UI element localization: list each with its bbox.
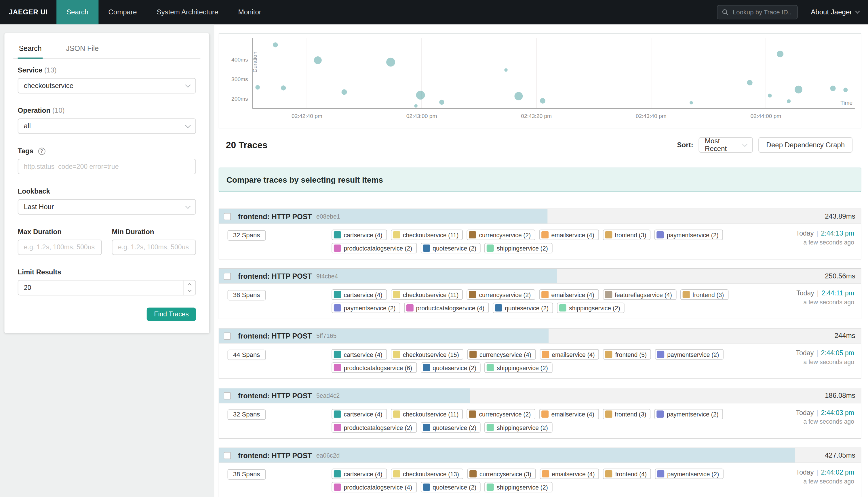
scatter-point[interactable] bbox=[386, 58, 395, 67]
number-stepper[interactable] bbox=[183, 281, 195, 295]
scatter-point[interactable] bbox=[768, 94, 772, 97]
span-count-pill: 44 Spans bbox=[228, 350, 266, 360]
service-color-swatch bbox=[605, 351, 613, 358]
service-tag-currencyservice: currencyservice (4) bbox=[467, 349, 536, 360]
service-color-swatch bbox=[657, 410, 664, 417]
limit-results-input[interactable] bbox=[18, 280, 196, 295]
service-tag-currencyservice: currencyservice (2) bbox=[467, 409, 535, 419]
app-brand[interactable]: JAEGER UI bbox=[0, 0, 56, 25]
deep-dependency-graph-button[interactable]: Deep Dependency Graph bbox=[759, 137, 853, 153]
service-color-swatch bbox=[334, 470, 341, 478]
trace-id: 5ff7165 bbox=[316, 332, 336, 339]
trace-time-link[interactable]: 2:44:02 pm bbox=[821, 469, 854, 476]
scatter-point[interactable] bbox=[341, 89, 347, 95]
trace-select-checkbox[interactable] bbox=[224, 392, 231, 399]
scatter-point[interactable] bbox=[281, 85, 286, 90]
y-axis-label: Duration bbox=[252, 52, 258, 72]
trace-time-link[interactable]: 2:44:03 pm bbox=[821, 409, 854, 416]
service-color-swatch bbox=[542, 351, 549, 358]
service-tag-shippingservice: shippingservice (2) bbox=[485, 422, 552, 433]
trace-select-checkbox[interactable] bbox=[224, 272, 231, 280]
scatter-point[interactable] bbox=[416, 90, 425, 100]
service-tag-productcatalogservice: productcatalogservice (6) bbox=[332, 363, 417, 373]
trace-time-link[interactable]: 2:44:05 pm bbox=[821, 349, 854, 357]
trace-header: frontend: HTTP POST9f4cbe4250.56ms bbox=[219, 269, 861, 284]
service-tag-shippingservice: shippingservice (2) bbox=[485, 243, 552, 253]
trace-select-checkbox[interactable] bbox=[224, 213, 231, 220]
max-duration-input[interactable] bbox=[18, 240, 102, 255]
service-tag-currencyservice: currencyservice (2) bbox=[467, 229, 535, 240]
scatter-point[interactable] bbox=[273, 42, 278, 47]
scatter-point[interactable] bbox=[787, 99, 790, 103]
trace-date: Today bbox=[796, 229, 814, 237]
service-count: (13) bbox=[44, 67, 57, 74]
min-duration-input[interactable] bbox=[112, 240, 196, 255]
trace-title: frontend: HTTP POST bbox=[238, 272, 312, 280]
service-tag-paymentservice: paymentservice (2) bbox=[655, 349, 724, 360]
trace-duration: 250.56ms bbox=[825, 272, 855, 280]
tags-input[interactable] bbox=[18, 159, 196, 174]
nav-item-system-architecture[interactable]: System Architecture bbox=[147, 0, 228, 25]
trace-id: e08ebe1 bbox=[316, 213, 340, 220]
service-tag-list: cartservice (4)checkoutservice (11)curre… bbox=[332, 289, 774, 313]
scatter-point[interactable] bbox=[504, 69, 508, 72]
trace-result-item[interactable]: frontend: HTTP POSTe08ebe1243.89ms32 Spa… bbox=[219, 209, 862, 259]
app-root: JAEGER UI SearchCompareSystem Architectu… bbox=[0, 0, 868, 497]
stepper-up-icon[interactable] bbox=[188, 283, 192, 287]
service-color-swatch bbox=[393, 231, 400, 239]
scatter-point[interactable] bbox=[540, 98, 545, 103]
service-tag-cartservice: cartservice (4) bbox=[332, 229, 387, 240]
y-tick-label: 400ms bbox=[232, 57, 248, 63]
compare-banner-text: Compare traces by selecting result items bbox=[226, 175, 383, 184]
service-color-swatch bbox=[605, 231, 612, 239]
scatter-point[interactable] bbox=[514, 92, 523, 100]
tab-search[interactable]: Search bbox=[18, 41, 43, 59]
chevron-down-icon bbox=[742, 141, 748, 147]
scatter-point[interactable] bbox=[777, 51, 783, 57]
trace-select-checkbox[interactable] bbox=[224, 332, 231, 339]
trace-select-checkbox[interactable] bbox=[224, 452, 231, 459]
nav-item-monitor[interactable]: Monitor bbox=[228, 0, 271, 25]
help-icon[interactable]: ? bbox=[38, 147, 45, 155]
trace-time-link[interactable]: 2:44:11 pm bbox=[821, 289, 854, 297]
find-traces-button[interactable]: Find Traces bbox=[147, 308, 196, 321]
scatter-point[interactable] bbox=[255, 85, 260, 89]
scatter-point[interactable] bbox=[689, 101, 693, 105]
trace-result-item[interactable]: frontend: HTTP POST9f4cbe4250.56ms38 Spa… bbox=[219, 268, 862, 319]
trace-body: 32 Spanscartservice (4)checkoutservice (… bbox=[219, 403, 861, 438]
y-tick-label: 300ms bbox=[232, 76, 248, 82]
trace-result-item[interactable]: frontend: HTTP POSTea06c2d427.05ms38 Spa… bbox=[219, 448, 862, 497]
scatter-point[interactable] bbox=[795, 86, 802, 94]
service-tag-checkoutservice: checkoutservice (13) bbox=[391, 469, 463, 479]
tab-json-file[interactable]: JSON File bbox=[65, 41, 100, 59]
trace-title: frontend: HTTP POST bbox=[238, 332, 312, 340]
nav-item-search[interactable]: Search bbox=[56, 0, 98, 25]
scatter-point[interactable] bbox=[414, 104, 418, 108]
page-content: Search JSON File Service (13) checkoutse… bbox=[0, 25, 868, 497]
about-jaeger-menu[interactable]: About Jaeger bbox=[811, 8, 859, 16]
x-axis-label: Time bbox=[840, 100, 852, 106]
nav-item-compare[interactable]: Compare bbox=[98, 0, 147, 25]
lookback-label: Lookback bbox=[18, 187, 196, 195]
time-separator: | bbox=[816, 349, 818, 357]
scatter-point[interactable] bbox=[314, 56, 322, 64]
scatter-point[interactable] bbox=[843, 88, 848, 92]
trace-result-item[interactable]: frontend: HTTP POST5ff7165244ms44 Spansc… bbox=[219, 328, 862, 379]
scatter-point[interactable] bbox=[830, 85, 836, 91]
x-tick-label: 02:43:20 pm bbox=[521, 113, 552, 119]
service-select[interactable]: checkoutservice bbox=[18, 78, 196, 94]
sort-select[interactable]: Most Recent bbox=[699, 137, 753, 153]
trace-title: frontend: HTTP POST bbox=[238, 392, 312, 400]
time-separator: | bbox=[816, 409, 818, 416]
service-color-swatch bbox=[393, 410, 400, 417]
trace-result-item[interactable]: frontend: HTTP POST5ead4c2186.08ms32 Spa… bbox=[219, 388, 862, 439]
trace-lookup-input[interactable] bbox=[731, 8, 793, 16]
service-color-swatch bbox=[423, 244, 430, 252]
service-color-swatch bbox=[393, 291, 400, 298]
scatter-point[interactable] bbox=[747, 80, 753, 85]
operation-select[interactable]: all bbox=[18, 118, 196, 134]
trace-time-link[interactable]: 2:44:13 pm bbox=[821, 229, 854, 237]
lookback-select[interactable]: Last Hour bbox=[18, 199, 196, 215]
stepper-down-icon[interactable] bbox=[188, 288, 192, 292]
scatter-point[interactable] bbox=[439, 100, 444, 105]
